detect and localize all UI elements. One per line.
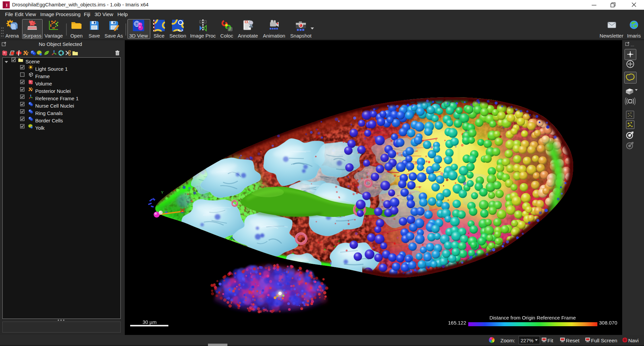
svg-text:30 µm: 30 µm (143, 319, 157, 325)
svg-text:I: I (6, 3, 7, 8)
svg-text:165.122: 165.122 (448, 320, 466, 326)
svg-text:Y: Y (161, 190, 164, 194)
svg-text:308.070: 308.070 (599, 320, 617, 326)
svg-text:Distance from Origin Reference: Distance from Origin Reference Frame (489, 315, 576, 321)
